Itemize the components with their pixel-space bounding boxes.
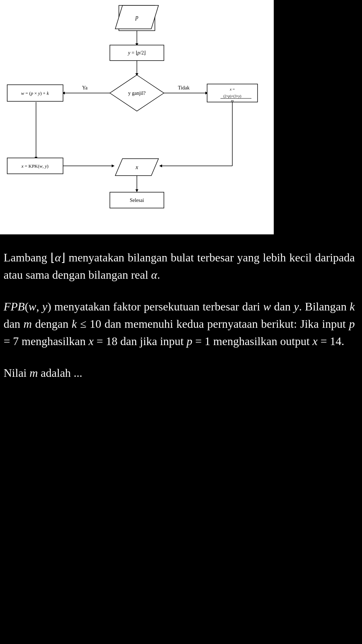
process4-label: x = KPK(w, y) <box>21 163 48 169</box>
text-section: Lambang ⌊α⌋ menyatakan bilangan bulat te… <box>0 234 362 396</box>
flowchart-section: Ya Tidak p <box>0 0 274 234</box>
decision-label: y ganjil? <box>128 91 146 96</box>
flowchart-svg: Ya Tidak p <box>0 0 274 234</box>
svg-marker-14 <box>159 164 162 167</box>
no-label: Tidak <box>178 85 189 91</box>
svg-marker-16 <box>135 189 138 192</box>
yes-label: Ya <box>82 85 88 91</box>
output-x-label: x <box>135 164 138 170</box>
svg-text:(2×p)+(3×y): (2×p)+(3×y) <box>223 94 241 98</box>
process1-label: y = ⌊p/2⌋ <box>127 50 146 56</box>
end-label: Selesai <box>130 198 144 203</box>
paragraph-2: FPB(w, y) menyatakan faktor persekutuan … <box>4 298 355 350</box>
process3-label: x = <box>229 87 235 91</box>
flowchart-container: Ya Tidak p <box>0 0 274 234</box>
process2-label: w = (p × y) + k <box>21 91 49 96</box>
svg-marker-11 <box>112 164 115 167</box>
last-line: Nilai m adalah ... <box>4 364 355 381</box>
paragraph-1: Lambang ⌊α⌋ menyatakan bilangan bulat te… <box>4 249 355 283</box>
input-p-label: p <box>135 14 138 21</box>
svg-text:m: m <box>231 98 234 103</box>
